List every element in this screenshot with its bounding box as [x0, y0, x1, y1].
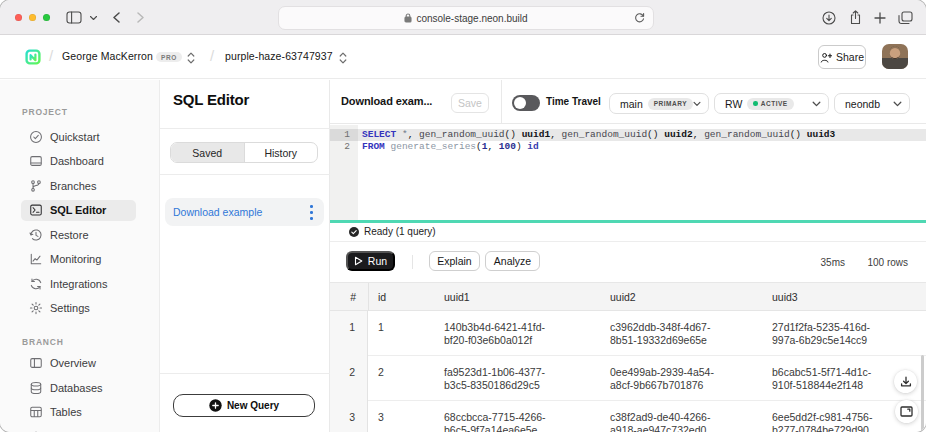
console-content: PROJECT Quickstart Dashboard Branches SQ…: [0, 80, 926, 432]
explain-button[interactable]: Explain: [429, 251, 480, 271]
branch-select[interactable]: main PRIMARY: [609, 93, 709, 114]
code-line: 1 SELECT *, gen_random_uuid() uuid1, gen…: [330, 129, 926, 142]
sidebar-item-tables[interactable]: Tables: [21, 402, 136, 423]
history-clock-icon: [29, 228, 43, 242]
chevron-down-icon: [812, 101, 821, 107]
sidebar-item-integrations[interactable]: Integrations: [21, 273, 136, 294]
expand-results-button[interactable]: [895, 400, 918, 423]
reload-icon[interactable]: [634, 12, 645, 23]
code-editor[interactable]: 1 SELECT *, gen_random_uuid() uuid1, gen…: [330, 125, 926, 220]
database-select[interactable]: neondb: [834, 93, 910, 114]
download-results-button[interactable]: [894, 370, 917, 393]
chevron-down-icon: [893, 101, 902, 107]
sidebar: PROJECT Quickstart Dashboard Branches SQ…: [0, 80, 160, 432]
url-text: console-stage.neon.build: [416, 13, 527, 24]
overview-icon: [29, 356, 43, 370]
column-header-uuid1[interactable]: uuid1: [434, 283, 600, 311]
table-grid-icon: [29, 405, 43, 419]
tab-history[interactable]: History: [245, 143, 318, 162]
saved-history-tabs: Saved History: [170, 142, 318, 163]
save-button[interactable]: Save: [451, 93, 489, 113]
sidebar-item-restore[interactable]: Restore: [21, 224, 136, 245]
integrations-icon: [29, 277, 43, 291]
plus-circle-icon: [209, 399, 222, 412]
active-dot: [753, 101, 758, 106]
sidebar-toggle-icon[interactable]: [66, 11, 82, 24]
active-badge: ACTIVE: [747, 98, 793, 110]
divider: [412, 255, 413, 269]
code-line: 2 FROM generate_series(1, 100) id: [330, 141, 926, 154]
code-text: SELECT *, gen_random_uuid() uuid1, gen_r…: [358, 129, 926, 142]
account-switcher-icon[interactable]: [187, 52, 195, 64]
table-row[interactable]: 1 1 140b3b4d-6421-41fd-bf20-f03e6b0a012f…: [330, 311, 926, 356]
share-icon[interactable]: [849, 10, 862, 25]
column-header-uuid2[interactable]: uuid2: [600, 283, 762, 311]
share-people-icon: [820, 52, 832, 63]
sidebar-item-branches[interactable]: Branches: [21, 175, 136, 196]
toggle-knob: [514, 97, 526, 109]
new-query-button[interactable]: New Query: [173, 394, 315, 417]
avatar[interactable]: [882, 44, 908, 69]
browser-window: console-stage.neon.build / George MacKer…: [0, 0, 926, 432]
share-button[interactable]: Share: [818, 45, 866, 69]
table-row[interactable]: 3 3 68ccbcca-7715-4266-b6c5-9f7a14ea6e5e…: [330, 401, 926, 432]
download-icon: [900, 376, 912, 388]
chevron-down-icon[interactable]: [89, 15, 98, 21]
column-header-id[interactable]: id: [368, 283, 434, 311]
project-switcher-icon[interactable]: [339, 52, 347, 64]
editor-pane: Download exam... Save Time Travel main P…: [330, 80, 926, 432]
sidebar-item-overview[interactable]: Overview: [21, 353, 136, 374]
play-icon: [354, 256, 363, 266]
sidebar-item-settings[interactable]: Settings: [21, 298, 136, 319]
line-number: 2: [330, 141, 358, 154]
table-row[interactable]: 2 2 fa9523d1-1b06-4377-b3c5-8350186d29c5…: [330, 356, 926, 401]
saved-query-item[interactable]: Download example: [165, 198, 324, 226]
line-number: 1: [330, 129, 358, 142]
panel-title: SQL Editor: [173, 91, 249, 108]
browser-chrome: console-stage.neon.build: [0, 0, 926, 35]
query-menu-icon[interactable]: [310, 205, 313, 220]
analyze-button[interactable]: Analyze: [485, 251, 540, 271]
sidebar-item-databases[interactable]: Databases: [21, 377, 136, 398]
time-travel-toggle[interactable]: [512, 95, 540, 111]
sidebar-item-sql-editor[interactable]: SQL Editor: [21, 200, 136, 221]
column-header-uuid3[interactable]: uuid3: [762, 283, 926, 311]
compute-select[interactable]: RW ACTIVE: [714, 93, 829, 114]
back-icon[interactable]: [112, 12, 121, 23]
sidebar-item-quickstart[interactable]: Quickstart: [21, 126, 136, 147]
lock-icon: [404, 13, 412, 23]
status-bar: Ready (1 query): [330, 223, 926, 242]
git-branch-icon: [29, 179, 43, 193]
queries-panel: SQL Editor Saved History Download exampl…: [160, 80, 330, 432]
table-header: # id uuid1 uuid2 uuid3: [330, 283, 926, 311]
new-tab-icon[interactable]: [874, 12, 886, 24]
row-count: 100 rows: [867, 257, 908, 268]
tab-saved[interactable]: Saved: [171, 143, 245, 162]
check-circle-icon: [29, 130, 43, 144]
sidebar-item-dashboard[interactable]: Dashboard: [21, 151, 136, 172]
sidebar-section-project: PROJECT: [22, 107, 68, 117]
divider: [368, 283, 369, 311]
primary-badge: PRIMARY: [648, 98, 693, 110]
project-name[interactable]: purple-haze-63747937: [225, 50, 333, 62]
editor-toolbar: Download exam... Save Time Travel main P…: [330, 80, 926, 124]
minimize-window-button[interactable]: [29, 14, 36, 21]
tab-overview-icon[interactable]: [898, 11, 913, 25]
column-header-index[interactable]: #: [330, 283, 368, 311]
close-window-button[interactable]: [15, 14, 22, 21]
account-name[interactable]: George MacKerron: [62, 50, 153, 62]
app-header: / George MacKerron PRO / purple-haze-637…: [0, 36, 926, 79]
zoom-window-button[interactable]: [43, 14, 50, 21]
forward-icon[interactable]: [136, 12, 145, 23]
sidebar-item-monitoring[interactable]: Monitoring: [21, 249, 136, 270]
ready-check-icon: [349, 227, 359, 237]
scrollbar-thumb[interactable]: [921, 355, 924, 432]
run-button[interactable]: Run: [346, 251, 395, 271]
sidebar-item-roles[interactable]: Roles: [21, 426, 136, 432]
actions-bar: Run Explain Analyze 35ms 100 rows: [330, 242, 926, 282]
downloads-icon[interactable]: [822, 11, 836, 25]
breadcrumb-divider: /: [210, 47, 220, 67]
address-bar[interactable]: console-stage.neon.build: [278, 6, 654, 30]
neon-logo[interactable]: [25, 49, 41, 65]
saved-query-label: Download example: [173, 206, 262, 218]
